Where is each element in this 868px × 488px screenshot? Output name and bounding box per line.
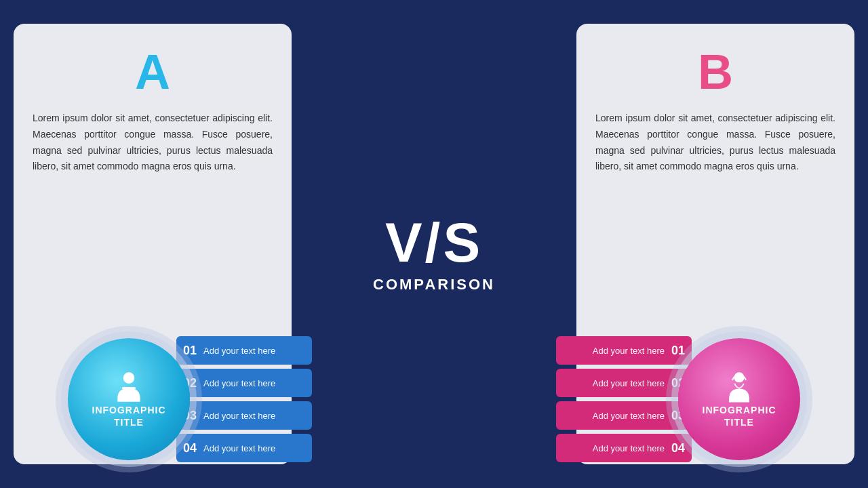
bar-b-3-text: Add your text here [593,411,665,421]
svg-rect-1 [122,387,136,389]
svg-point-2 [734,372,745,382]
bottom-left-section: INFOGRAPHICTITLE 01 Add your text here 0… [68,336,312,462]
main-container: A Lorem ipsum dolor sit amet, consectetu… [14,14,854,474]
bar-b-1-number: 01 [671,344,685,358]
svg-point-0 [123,372,135,384]
bar-a-1-number: 01 [183,344,197,358]
vs-title: V/S [385,215,483,270]
circle-b: INFOGRAPHICTITLE [678,338,800,460]
card-b-body: Lorem ipsum dolor sit amet, consectetuer… [595,110,835,175]
bar-b-4-text: Add your text here [593,443,665,453]
bar-a-1-text: Add your text here [203,346,275,356]
bar-b-1-text: Add your text here [593,346,665,356]
bar-b-2: 02 Add your text here [556,369,692,397]
female-icon [722,370,756,404]
bar-b-3: 03 Add your text here [556,401,692,430]
bar-b-4-number: 04 [671,441,685,455]
circle-a: INFOGRAPHICTITLE [68,338,190,460]
bars-list-b: 01 Add your text here 02 Add your text h… [556,336,692,462]
bar-a-3-text: Add your text here [203,411,275,421]
bar-a-4: 04 Add your text here [176,434,312,462]
bar-a-3: 03 Add your text here [176,401,312,430]
bars-list-a: 01 Add your text here 02 Add your text h… [176,336,312,462]
card-b-letter: B [595,44,835,100]
center-section: V/S COMPARISON [326,195,542,293]
circle-b-title: INFOGRAPHICTITLE [703,404,776,428]
bar-a-2: 02 Add your text here [176,369,312,397]
bar-a-2-text: Add your text here [203,378,275,388]
comparison-label: COMPARISON [373,276,495,293]
bar-a-1: 01 Add your text here [176,336,312,365]
circle-a-title: INFOGRAPHICTITLE [92,404,166,428]
bar-b-1: 01 Add your text here [556,336,692,365]
bar-a-4-number: 04 [183,441,197,455]
card-a-letter: A [33,44,273,100]
bar-a-4-text: Add your text here [203,443,275,453]
card-a-body: Lorem ipsum dolor sit amet, consectetuer… [33,110,273,175]
bottom-right-section: INFOGRAPHICTITLE 01 Add your text here 0… [556,336,800,462]
bar-b-4: 04 Add your text here [556,434,692,462]
male-icon [112,370,146,404]
bar-b-2-text: Add your text here [593,378,665,388]
